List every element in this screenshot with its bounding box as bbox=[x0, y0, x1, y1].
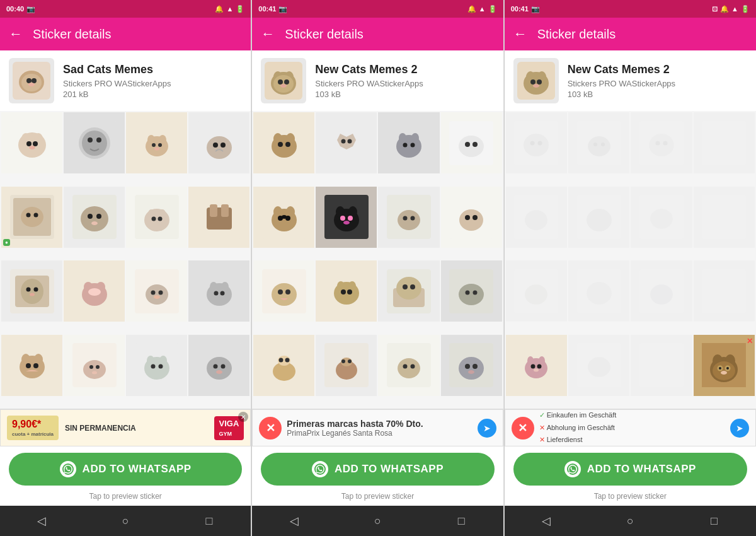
add-button-label-2: ADD TO WHATSAPP bbox=[335, 463, 444, 475]
ad-banner-3[interactable]: ✕ ✓Einkaufen im Geschäft ✕Abholung im Ge… bbox=[505, 409, 756, 446]
sticker-cell[interactable] bbox=[378, 187, 439, 248]
sticker-cell[interactable]: ✕ bbox=[694, 335, 755, 396]
ad-nav-icon-3[interactable]: ➤ bbox=[730, 419, 749, 438]
sticker-cell[interactable] bbox=[441, 112, 502, 173]
svg-point-101 bbox=[278, 79, 283, 84]
nav-bar-1: ◁ ○ □ bbox=[0, 506, 251, 536]
back-button-3[interactable]: ← bbox=[513, 26, 527, 42]
sticker-cell[interactable] bbox=[378, 335, 439, 396]
nav-back-1[interactable]: ◁ bbox=[30, 510, 53, 532]
nav-recents-2[interactable]: □ bbox=[450, 510, 472, 532]
sticker-cell[interactable] bbox=[506, 260, 567, 322]
back-button-1[interactable]: ← bbox=[9, 26, 23, 42]
sticker-cell[interactable] bbox=[188, 260, 249, 322]
ad-x-icon-3[interactable]: ✕ bbox=[512, 417, 534, 440]
sticker-cell[interactable] bbox=[631, 187, 692, 248]
sticker-cell[interactable] bbox=[631, 112, 692, 173]
sticker-cell[interactable] bbox=[188, 112, 249, 173]
sticker-cell[interactable] bbox=[1, 260, 62, 322]
sticker-cell[interactable] bbox=[506, 112, 567, 173]
sticker-cell[interactable] bbox=[64, 335, 125, 396]
sticker-cell[interactable] bbox=[64, 260, 125, 322]
svg-point-24 bbox=[152, 143, 156, 147]
svg-point-235 bbox=[719, 367, 721, 370]
sticker-cell[interactable] bbox=[568, 335, 629, 396]
svg-point-197 bbox=[593, 143, 597, 146]
back-button-2[interactable]: ← bbox=[261, 26, 275, 42]
sticker-cell[interactable] bbox=[568, 187, 629, 248]
svg-rect-227 bbox=[639, 343, 684, 387]
status-bar-3: 00:41 📷 ⊡ 🔔 ▲ 🔋 bbox=[505, 0, 756, 18]
sticker-cell[interactable] bbox=[253, 335, 314, 396]
nav-home-2[interactable]: ○ bbox=[366, 510, 389, 532]
svg-point-146 bbox=[272, 283, 297, 306]
sticker-cell[interactable] bbox=[441, 260, 502, 322]
nav-recents-1[interactable]: □ bbox=[198, 510, 220, 532]
sticker-cell[interactable] bbox=[1, 112, 62, 173]
ad-store-item-1: ✓Einkaufen im Geschäft bbox=[539, 409, 617, 422]
pack-thumbnail-3 bbox=[513, 58, 559, 103]
sticker-cell[interactable] bbox=[694, 260, 755, 322]
svg-point-153 bbox=[341, 289, 346, 294]
sticker-cell[interactable] bbox=[568, 112, 629, 173]
sticker-cell[interactable] bbox=[568, 260, 629, 322]
sticker-cell[interactable] bbox=[316, 335, 377, 396]
svg-point-167 bbox=[278, 358, 283, 363]
sticker-cell[interactable] bbox=[188, 187, 249, 248]
sticker-cell[interactable] bbox=[188, 335, 249, 396]
sticker-cell[interactable] bbox=[506, 335, 567, 396]
svg-point-188 bbox=[530, 79, 536, 84]
sticker-cell[interactable] bbox=[253, 112, 314, 173]
svg-rect-203 bbox=[702, 121, 746, 165]
svg-point-207 bbox=[587, 209, 612, 231]
svg-point-29 bbox=[213, 143, 218, 148]
svg-point-193 bbox=[530, 141, 535, 145]
sticker-cell[interactable] bbox=[253, 260, 314, 322]
time-1: 00:40 bbox=[6, 5, 24, 13]
sticker-cell[interactable] bbox=[126, 260, 187, 322]
ad-x-icon-2[interactable]: ✕ bbox=[259, 417, 282, 440]
svg-point-201 bbox=[655, 141, 660, 145]
sticker-cell[interactable] bbox=[253, 187, 314, 248]
sticker-cell[interactable] bbox=[316, 260, 377, 322]
sticker-cell[interactable] bbox=[126, 112, 187, 173]
sticker-cell[interactable] bbox=[126, 335, 187, 396]
nav-back-3[interactable]: ◁ bbox=[535, 510, 558, 532]
ad-banner-2[interactable]: ✕ Primeras marcas hasta 70% Dto. PrimaPr… bbox=[252, 409, 503, 446]
sticker-cell[interactable] bbox=[316, 112, 377, 173]
sticker-cell[interactable] bbox=[506, 187, 567, 248]
sticker-cell[interactable] bbox=[694, 112, 755, 173]
sticker-cell[interactable] bbox=[378, 260, 439, 322]
svg-point-159 bbox=[410, 284, 415, 289]
sticker-cell[interactable] bbox=[316, 187, 377, 248]
sticker-cell[interactable] bbox=[378, 112, 439, 173]
sticker-cell[interactable] bbox=[64, 187, 125, 248]
svg-point-93 bbox=[220, 364, 225, 369]
sticker-cell[interactable] bbox=[631, 335, 692, 396]
sticker-cell[interactable] bbox=[64, 112, 125, 173]
sticker-cell[interactable] bbox=[631, 260, 692, 322]
nav-home-1[interactable]: ○ bbox=[114, 510, 137, 532]
ad-price: 9,90€* bbox=[12, 418, 54, 431]
nav-back-2[interactable]: ◁ bbox=[283, 510, 306, 532]
ad-nav-icon-2[interactable]: ➤ bbox=[478, 419, 496, 438]
sticker-cell[interactable] bbox=[441, 335, 502, 396]
svg-point-136 bbox=[343, 221, 350, 224]
sticker-cell[interactable] bbox=[441, 187, 502, 248]
add-to-whatsapp-button-1[interactable]: ADD TO WHATSAPP bbox=[9, 453, 242, 486]
nav-bar-2: ◁ ○ □ bbox=[252, 506, 503, 536]
sticker-cell[interactable]: ● bbox=[1, 187, 62, 248]
whatsapp-icon-3 bbox=[564, 461, 581, 477]
sticker-cell[interactable] bbox=[1, 335, 62, 396]
add-to-whatsapp-button-3[interactable]: ADD TO WHATSAPP bbox=[513, 453, 747, 486]
ad-badge: cuota + matrícula bbox=[12, 431, 54, 438]
ad-banner-1[interactable]: 9,90€* cuota + matrícula SIN PERMANENCIA… bbox=[0, 409, 251, 446]
pack-info-2: New Cats Memes 2 Stickers PRO WAStickerA… bbox=[252, 50, 503, 111]
nav-recents-3[interactable]: □ bbox=[702, 510, 725, 532]
svg-point-80 bbox=[83, 360, 106, 379]
svg-point-157 bbox=[396, 277, 421, 300]
sticker-cell[interactable] bbox=[126, 187, 187, 248]
add-to-whatsapp-button-2[interactable]: ADD TO WHATSAPP bbox=[261, 453, 494, 486]
nav-home-3[interactable]: ○ bbox=[619, 510, 641, 532]
sticker-cell[interactable] bbox=[694, 187, 755, 248]
